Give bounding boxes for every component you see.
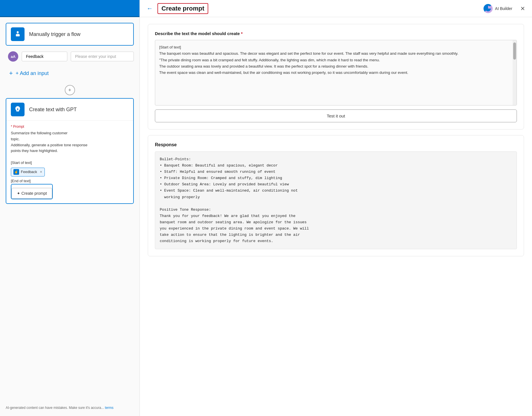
end-text: [End of text]: [11, 178, 129, 184]
connector-circle[interactable]: +: [65, 85, 75, 95]
gpt-block: Create text with GPT * Prompt Summarize …: [6, 98, 134, 204]
required-star: *: [241, 31, 243, 36]
right-body: Describe the text the model should creat…: [140, 17, 532, 416]
gpt-label: Create text with GPT: [29, 107, 77, 113]
page-title: Create prompt: [161, 5, 204, 12]
prompt-text: Summarize the following customer topic. …: [11, 130, 129, 184]
right-panel: ← Create prompt AI Builder ✕ Describe th…: [140, 0, 532, 416]
prompt-label: * Prompt: [11, 125, 129, 129]
input-placeholder[interactable]: Please enter your input: [71, 52, 134, 61]
trigger-label: Manually trigger a flow: [29, 31, 80, 37]
prompt-section: Describe the text the model should creat…: [148, 24, 524, 129]
scrollbar-track: [513, 40, 517, 105]
describe-heading: Describe the text the model should creat…: [155, 31, 517, 36]
gpt-icon: [11, 103, 25, 116]
tag-icon: ☝: [13, 169, 19, 175]
create-prompt-button[interactable]: ✦ Create prompt: [11, 188, 52, 199]
ai-builder-button[interactable]: AI Builder: [484, 4, 512, 13]
scrollbar-thumb: [513, 42, 516, 60]
left-content: Manually trigger a flow aA Feedback Plea…: [0, 17, 139, 402]
response-section: Response Bullet-Points: • Banquet Room: …: [148, 135, 524, 256]
left-panel: Manually trigger a flow aA Feedback Plea…: [0, 0, 140, 416]
test-it-out-button[interactable]: Test it out: [155, 109, 517, 122]
textarea-wrapper: [Start of text] The banquet room was bea…: [155, 40, 517, 105]
svg-point-0: [17, 31, 19, 33]
close-button[interactable]: ✕: [520, 5, 525, 12]
footer-link[interactable]: terms: [105, 406, 114, 410]
describe-label: Describe the text the model should creat…: [155, 31, 240, 36]
add-input-label: + Add an input: [16, 70, 49, 76]
page-title-box: Create prompt: [157, 3, 208, 14]
add-input-button[interactable]: + + Add an input: [6, 67, 134, 79]
response-content[interactable]: Bullet-Points: • Banquet Room: Beautiful…: [155, 151, 517, 249]
connector-area: +: [6, 85, 134, 95]
gpt-header[interactable]: Create text with GPT: [6, 99, 133, 121]
textarea-content[interactable]: [Start of text] The banquet room was bea…: [155, 40, 517, 105]
feedback-field[interactable]: Feedback: [22, 52, 67, 61]
right-header: ← Create prompt AI Builder ✕: [140, 0, 532, 17]
ai-logo: [484, 4, 493, 13]
footer-note: AI-generated content can have mistakes. …: [0, 402, 139, 416]
tag-close[interactable]: ×: [40, 169, 42, 175]
gpt-body: * Prompt Summarize the following custome…: [6, 121, 133, 203]
response-heading: Response: [155, 142, 517, 147]
trigger-icon: [11, 27, 25, 41]
trigger-block[interactable]: Manually trigger a flow: [6, 23, 134, 46]
ai-builder-label: AI Builder: [495, 6, 512, 11]
plus-icon: +: [9, 70, 13, 77]
footer-text: AI-generated content can have mistakes. …: [6, 406, 104, 410]
feedback-tag[interactable]: ☝ Feedback ×: [11, 168, 45, 176]
top-bar: [0, 0, 139, 17]
create-prompt-wrapper: ✦ Create prompt: [11, 184, 53, 199]
back-button[interactable]: ←: [147, 5, 153, 12]
input-avatar: aA: [8, 51, 18, 62]
back-icon: ←: [147, 5, 153, 12]
input-row: aA Feedback Please enter your input: [6, 51, 134, 62]
tag-label: Feedback: [21, 169, 37, 175]
